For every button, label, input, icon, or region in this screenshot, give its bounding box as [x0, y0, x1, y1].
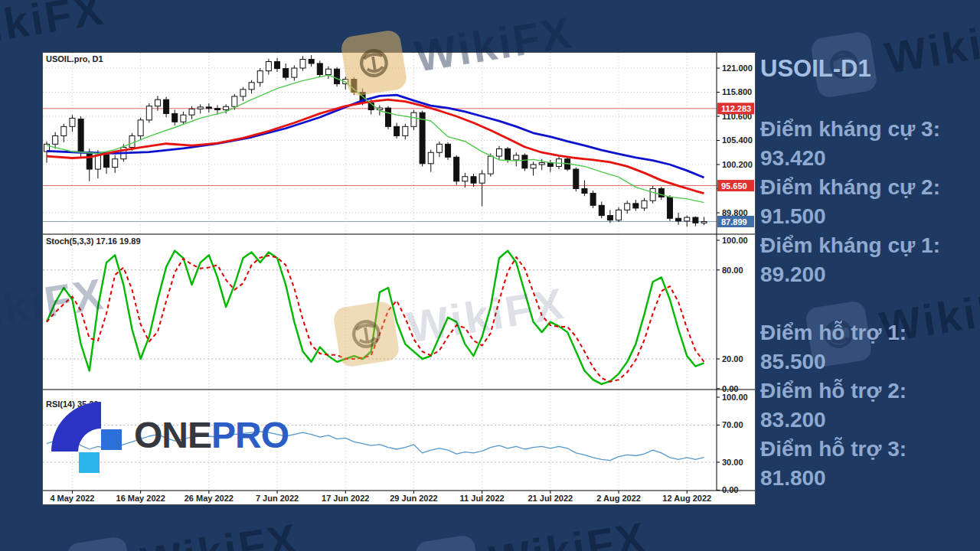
onepro-logo: ONEPRO [48, 402, 309, 478]
wikifx-watermark: WikiFX [66, 509, 303, 551]
support-2: Điểm hỗ trợ 2: 83.200 [760, 377, 980, 435]
svg-text:29 Jun 2022: 29 Jun 2022 [390, 494, 437, 503]
svg-text:11 Jul 2022: 11 Jul 2022 [460, 494, 505, 503]
svg-text:112.283: 112.283 [721, 104, 751, 113]
svg-text:16 May 2022: 16 May 2022 [116, 494, 165, 503]
promo-image-canvas: 121.000115.800110.600105.400100.20095.00… [0, 0, 980, 551]
svg-text:70.00: 70.00 [722, 420, 743, 429]
wikifx-watermark-text: WikiFX [0, 0, 108, 58]
svg-text:95.650: 95.650 [721, 181, 747, 191]
svg-text:USOIL.pro, D1: USOIL.pro, D1 [46, 54, 103, 64]
wikifx-watermark-text: WikiFX [486, 512, 651, 551]
resistance-2: Điểm kháng cự 2: 91.500 [760, 173, 980, 231]
svg-text:105.400: 105.400 [722, 135, 753, 145]
wikifx-watermark: WikiFX [0, 0, 108, 58]
onepro-logo-icon [48, 402, 125, 475]
resistance-3: Điểm kháng cự 3: 93.420 [760, 115, 980, 173]
svg-text:0.00: 0.00 [722, 485, 738, 494]
svg-text:87.899: 87.899 [721, 217, 747, 227]
svg-text:121.000: 121.000 [722, 64, 753, 73]
analysis-panel: USOIL-D1 Điểm kháng cự 3: 93.420 Điểm kh… [760, 55, 980, 493]
resistance-1: Điểm kháng cự 1: 89.200 [760, 231, 980, 289]
svg-text:20.00: 20.00 [722, 354, 743, 364]
svg-text:7 Jun 2022: 7 Jun 2022 [256, 494, 299, 503]
logo-text-one: ONE [134, 415, 211, 455]
svg-text:115.800: 115.800 [722, 87, 752, 96]
svg-text:26 May 2022: 26 May 2022 [185, 494, 234, 503]
svg-text:Stoch(5,3,3) 17.16 19.89: Stoch(5,3,3) 17.16 19.89 [46, 236, 141, 246]
svg-text:4 May 2022: 4 May 2022 [50, 494, 94, 503]
svg-text:21 Jul 2022: 21 Jul 2022 [528, 494, 573, 503]
wikifx-watermark: WikiFX [414, 507, 652, 551]
svg-text:2 Aug 2022: 2 Aug 2022 [596, 494, 641, 503]
svg-text:100.00: 100.00 [722, 236, 748, 245]
svg-text:30.00: 30.00 [722, 458, 743, 467]
svg-text:80.00: 80.00 [722, 266, 743, 275]
svg-text:0.00: 0.00 [722, 384, 738, 393]
support-3: Điểm hỗ trợ 3: 81.800 [760, 435, 980, 493]
wikifx-logo-icon [77, 547, 122, 551]
onepro-logo-text: ONEPRO [134, 414, 289, 456]
wikifx-watermark-text: WikiFX [138, 514, 302, 551]
symbol-title: USOIL-D1 [760, 55, 980, 83]
svg-text:100.00: 100.00 [722, 393, 748, 402]
trading-chart: 121.000115.800110.600105.400100.20095.00… [42, 52, 756, 505]
svg-text:100.200: 100.200 [722, 160, 753, 169]
svg-text:17 Jun 2022: 17 Jun 2022 [322, 494, 369, 503]
svg-text:12 Aug 2022: 12 Aug 2022 [662, 494, 711, 503]
logo-text-pro: PRO [211, 415, 289, 455]
support-1: Điểm hỗ trợ 1: 85.500 [760, 318, 980, 377]
wikifx-logo-icon [426, 546, 471, 551]
